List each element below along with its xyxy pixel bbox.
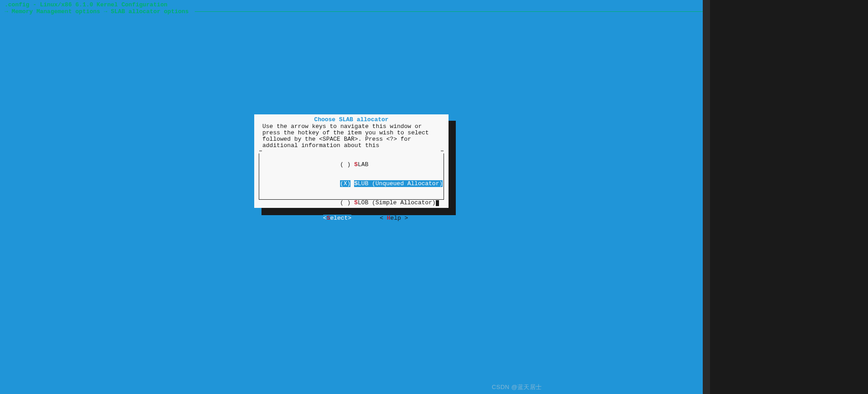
select-button[interactable]: <Select> (323, 215, 351, 222)
breadcrumb-divider (195, 11, 703, 12)
breadcrumb: → Memory Management options → SLAB alloc… (0, 8, 703, 15)
watermark-text: CSDN @蓝天居士 (492, 383, 542, 391)
option-label: LOB (Simple Allocator) (358, 199, 436, 206)
radio-unchecked-icon: ( ) (340, 161, 350, 168)
option-hotkey: S (354, 199, 358, 206)
choice-dialog: Choose SLAB allocator Use the arrow keys… (254, 114, 449, 208)
scrollbar[interactable] (703, 0, 710, 394)
option-hotkey: S (354, 161, 358, 168)
right-gutter (703, 0, 868, 394)
option-slab[interactable]: ( ) SLAB (259, 155, 444, 174)
dialog-title: Choose SLAB allocator (259, 116, 444, 123)
terminal-background: .config - Linux/x86 6.1.0 Kernel Configu… (0, 0, 703, 394)
help-button[interactable]: < Help > (380, 215, 408, 222)
breadcrumb-path: → Memory Management options → SLAB alloc… (0, 8, 189, 15)
radio-checked-icon: (X) (340, 180, 350, 187)
option-hotkey: S (354, 180, 358, 187)
option-label: LAB (358, 161, 368, 168)
config-title: .config - Linux/x86 6.1.0 Kernel Configu… (5, 2, 168, 8)
options-frame: ( ) SLAB (X) SLUB (Unqueued Allocator) (… (259, 153, 444, 200)
option-slob[interactable]: ( ) SLOB (Simple Allocator) (259, 193, 444, 212)
dialog-help-text: Use the arrow keys to navigate this wind… (259, 123, 444, 149)
option-slub[interactable]: (X) SLUB (Unqueued Allocator) (259, 174, 444, 193)
cursor-icon (436, 200, 439, 206)
option-label: LUB (Unqueued Allocator) (358, 180, 443, 187)
radio-unchecked-icon: ( ) (340, 199, 350, 206)
